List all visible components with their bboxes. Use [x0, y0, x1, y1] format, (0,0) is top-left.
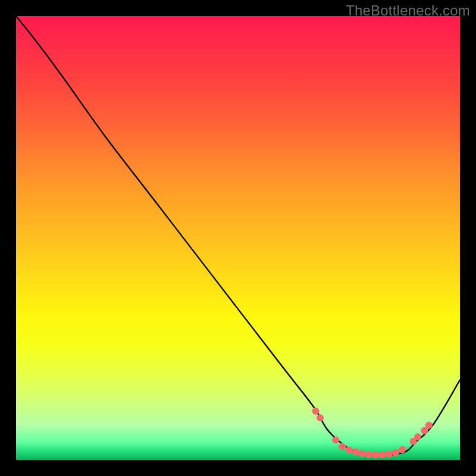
marker-dot [359, 450, 366, 458]
curve-line [16, 16, 460, 456]
marker-dot [352, 449, 359, 456]
marker-dot [386, 450, 393, 458]
marker-dot [317, 414, 324, 421]
marker-dot [392, 449, 399, 456]
marker-dot [372, 452, 379, 459]
marker-dot [332, 436, 339, 443]
chart-frame: TheBottleneck.com [0, 0, 476, 476]
marker-dot [339, 443, 346, 450]
marker-dot [399, 446, 406, 453]
marker-dot [414, 433, 421, 440]
chart-svg [16, 16, 460, 460]
marker-dot [378, 452, 386, 459]
marker-dot [346, 447, 353, 454]
watermark-text: TheBottleneck.com [346, 2, 470, 19]
plot-area [16, 16, 460, 460]
marker-dot [425, 422, 433, 429]
marker-dot [365, 451, 372, 458]
marker-dot [312, 408, 320, 415]
